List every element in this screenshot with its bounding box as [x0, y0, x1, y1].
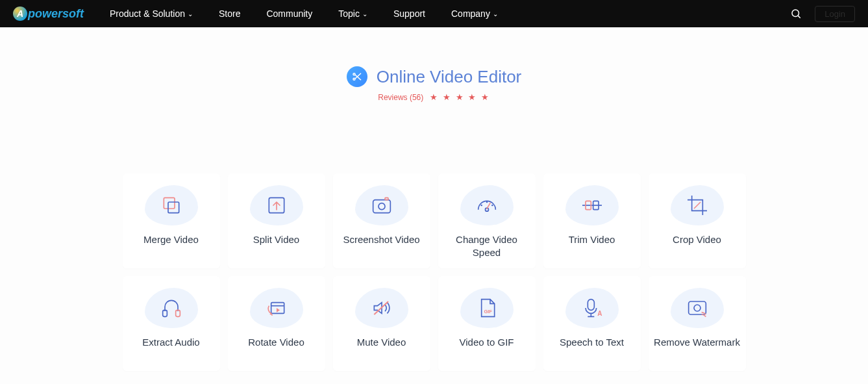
crop-icon — [671, 185, 724, 225]
nav-product-solution[interactable]: Product & Solution⌄ — [110, 8, 193, 19]
svg-line-20 — [694, 202, 701, 209]
tool-screenshot-video[interactable]: Screenshot Video — [333, 173, 430, 268]
scissors-icon — [347, 66, 367, 87]
tool-label: Trim Video — [569, 233, 615, 246]
main-nav: Product & Solution⌄ Store Community Topi… — [110, 8, 498, 19]
tool-remove-watermark[interactable]: Remove Watermark — [649, 276, 746, 371]
svg-line-13 — [487, 203, 490, 209]
login-button[interactable]: Login — [815, 6, 855, 22]
svg-point-0 — [792, 10, 799, 17]
tool-mute-video[interactable]: Mute Video — [333, 276, 430, 371]
tool-label: Speech to Text — [560, 336, 624, 349]
speedometer-icon — [460, 185, 514, 225]
merge-icon — [145, 185, 198, 225]
nav-store[interactable]: Store — [219, 8, 240, 19]
nav-company[interactable]: Company⌄ — [451, 8, 498, 19]
tool-label: Video to GIF — [460, 336, 514, 349]
nav-label: Community — [266, 8, 312, 19]
tool-label: Change Video Speed — [443, 233, 530, 259]
svg-point-10 — [378, 203, 385, 210]
rating-stars: ★ ★ ★ ★ ★ — [430, 92, 490, 102]
hero-title-row: Online Video Editor — [0, 66, 868, 87]
svg-rect-27 — [588, 300, 594, 311]
camera-icon — [355, 185, 408, 225]
mute-icon — [355, 288, 408, 328]
svg-line-1 — [799, 16, 800, 18]
svg-rect-11 — [385, 198, 388, 199]
watermark-remove-icon — [671, 288, 724, 328]
top-nav: A powersoft Product & Solution⌄ Store Co… — [0, 0, 868, 27]
brand-mark: A — [13, 6, 27, 21]
chevron-down-icon: ⌄ — [188, 10, 193, 18]
nav-topic[interactable]: Topic⌄ — [338, 8, 367, 19]
header-right: Login — [790, 6, 855, 22]
headphones-icon — [145, 288, 198, 328]
nav-label: Topic — [338, 8, 360, 19]
tool-change-speed[interactable]: Change Video Speed — [438, 173, 536, 268]
rotate-icon — [250, 288, 303, 328]
svg-point-2 — [353, 73, 355, 75]
nav-label: Support — [393, 8, 425, 19]
hero-sub: Reviews (56) ★ ★ ★ ★ ★ — [0, 92, 868, 102]
nav-label: Product & Solution — [110, 8, 185, 19]
brand-logo[interactable]: A powersoft — [13, 6, 84, 21]
svg-rect-6 — [164, 198, 175, 209]
svg-point-14 — [480, 205, 482, 207]
svg-rect-9 — [373, 200, 390, 213]
tool-label: Split Video — [253, 233, 299, 246]
svg-rect-23 — [271, 303, 284, 314]
tool-speech-to-text[interactable]: A Speech to Text — [543, 276, 641, 371]
search-icon[interactable] — [790, 8, 802, 19]
svg-text:GIF: GIF — [484, 309, 492, 314]
nav-support[interactable]: Support — [393, 8, 425, 19]
tool-label: Screenshot Video — [343, 233, 419, 246]
svg-point-16 — [486, 201, 488, 203]
tool-trim-video[interactable]: Trim Video — [543, 173, 641, 268]
page-title: Online Video Editor — [377, 67, 522, 87]
nav-label: Store — [219, 8, 240, 19]
tool-label: Merge Video — [143, 233, 199, 246]
tool-crop-video[interactable]: Crop Video — [649, 173, 746, 268]
hero: Online Video Editor Reviews (56) ★ ★ ★ ★… — [0, 66, 868, 102]
svg-point-15 — [491, 205, 493, 207]
nav-label: Company — [451, 8, 490, 19]
nav-community[interactable]: Community — [266, 8, 312, 19]
tool-extract-audio[interactable]: Extract Audio — [123, 276, 220, 371]
tool-label: Crop Video — [673, 233, 721, 246]
svg-rect-7 — [168, 202, 179, 213]
trim-icon — [565, 185, 619, 225]
brand-text: powersoft — [28, 7, 84, 21]
tool-label: Extract Audio — [142, 336, 199, 349]
tool-rotate-video[interactable]: Rotate Video — [228, 276, 325, 371]
reviews-link[interactable]: Reviews (56) — [378, 93, 423, 102]
split-icon — [250, 185, 303, 225]
tool-merge-video[interactable]: Merge Video — [123, 173, 220, 268]
svg-point-32 — [694, 305, 701, 311]
tool-label: Rotate Video — [248, 336, 304, 349]
mic-icon: A — [565, 288, 619, 328]
chevron-down-icon: ⌄ — [362, 10, 367, 18]
gif-icon: GIF — [460, 288, 514, 328]
svg-text:A: A — [597, 310, 602, 317]
tool-label: Mute Video — [357, 336, 406, 349]
tool-split-video[interactable]: Split Video — [228, 173, 325, 268]
chevron-down-icon: ⌄ — [493, 10, 498, 18]
tools-grid: Merge Video Split Video Screenshot Video… — [123, 173, 746, 371]
tool-video-to-gif[interactable]: GIF Video to GIF — [438, 276, 536, 371]
tool-label: Remove Watermark — [654, 336, 740, 349]
svg-point-3 — [353, 78, 355, 80]
